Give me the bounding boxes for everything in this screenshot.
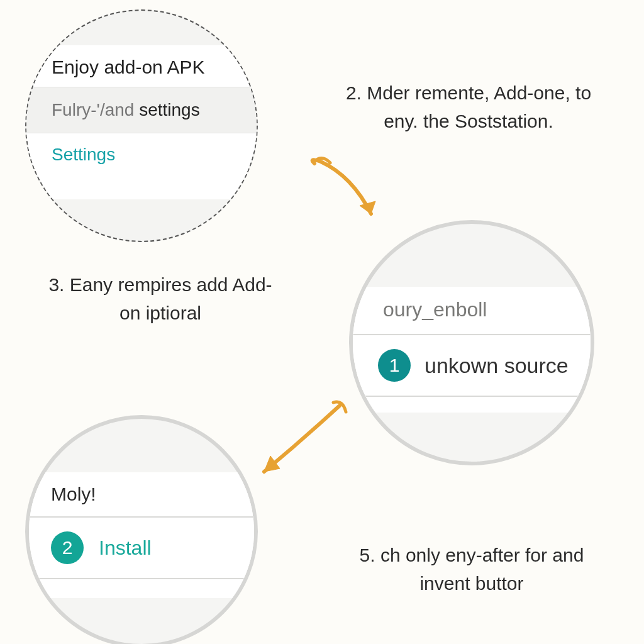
bubble1-row2-main: settings (139, 100, 200, 119)
unknown-source-label: unkown source (425, 353, 569, 378)
bubble1-panel: Enjoy add-on APK Fulry-'/and settings Se… (26, 45, 257, 199)
arrow-icon-1 (302, 154, 390, 236)
bubble3-panel: Moly! 2 Install (29, 472, 254, 598)
install-label: Install (99, 536, 152, 560)
caption-step-2: 2. Mder remente, Add-one, to eny. the So… (330, 79, 607, 135)
step-bubble-2: oury_enboll 1 unkown source (349, 220, 594, 465)
step-badge-2: 2 (51, 531, 84, 564)
step-bubble-1: Enjoy add-on APK Fulry-'/and settings Se… (25, 9, 258, 242)
arrow-icon-2 (245, 396, 352, 491)
bubble2-header: oury_enboll (353, 287, 591, 335)
step-bubble-3: Moly! 2 Install (25, 415, 258, 644)
bubble2-panel: oury_enboll 1 unkown source (353, 287, 591, 413)
bubble1-title: Enjoy add-on APK (26, 45, 257, 87)
install-row[interactable]: 2 Install (29, 518, 254, 579)
bubble1-settings-row[interactable]: Fulry-'/and settings (26, 87, 257, 133)
caption-step-5: 5. ch only eny-after for and invent butt… (333, 541, 610, 597)
bubble1-row2-prefix: Fulry-'/and (52, 100, 139, 119)
settings-link[interactable]: Settings (26, 133, 257, 177)
caption-step-3: 3. Eany rempires add Add-on iptioral (41, 270, 280, 327)
step-badge-1: 1 (378, 349, 411, 382)
unknown-source-row[interactable]: 1 unkown source (353, 335, 591, 397)
bubble3-header: Moly! (29, 472, 254, 518)
